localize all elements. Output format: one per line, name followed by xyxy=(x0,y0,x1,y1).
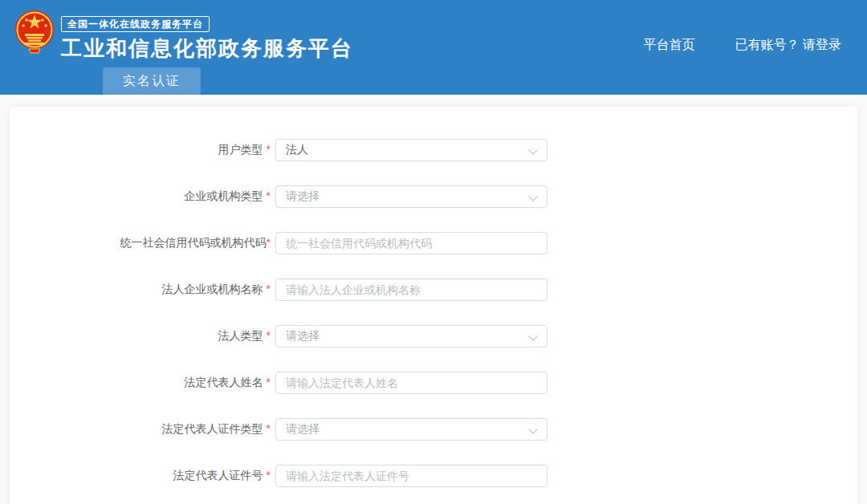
header-nav: 平台首页 已有账号？ 请登录 xyxy=(644,37,841,54)
field-label-text: 法定代表人证件类型 xyxy=(162,422,263,435)
chevron-down-icon xyxy=(528,192,537,201)
field-label: 法人类型* xyxy=(10,329,271,343)
field-label: 法定代表人证件类型* xyxy=(10,422,271,437)
field-label: 企业或机构类型* xyxy=(10,189,271,204)
form-row: 统一社会信用代码或机构代码* xyxy=(10,232,857,254)
required-asterisk: * xyxy=(267,189,271,202)
brand-block: 全国一体化在线政务服务平台 工业和信息化部政务服务平台 xyxy=(61,16,353,63)
page-title: 工业和信息化部政务服务平台 xyxy=(61,35,353,63)
input-credit-code[interactable] xyxy=(275,232,547,254)
header: 全国一体化在线政务服务平台 工业和信息化部政务服务平台 平台首页 已有账号？ 请… xyxy=(0,0,867,95)
field-label-text: 法定代表人证件号 xyxy=(173,469,263,482)
select-value: 请选择 xyxy=(286,329,320,343)
field-label-text: 法定代表人姓名 xyxy=(185,376,263,388)
field-label-text: 企业或机构类型 xyxy=(185,189,263,202)
field-label: 用户类型* xyxy=(10,143,271,157)
select-value: 法人 xyxy=(286,143,308,157)
field-label: 统一社会信用代码或机构代码* xyxy=(10,236,271,250)
nav-home-link[interactable]: 平台首页 xyxy=(644,37,695,54)
nav-login-link[interactable]: 已有账号？ 请登录 xyxy=(735,37,841,54)
form-row: 法定代表人证件类型* 请选择 xyxy=(10,418,857,441)
required-asterisk: * xyxy=(267,236,271,249)
required-asterisk: * xyxy=(267,422,271,435)
input-rep-cert-no[interactable] xyxy=(275,465,547,487)
select-legal-person-type[interactable]: 请选择 xyxy=(275,325,547,348)
field-label: 法定代表人姓名* xyxy=(10,376,271,390)
chevron-down-icon xyxy=(528,145,537,154)
form-row: 法定代表人姓名* xyxy=(10,372,857,394)
field-label: 法定代表人证件号* xyxy=(10,469,271,483)
tab-real-name-auth[interactable]: 实名认证 xyxy=(103,67,201,95)
select-rep-cert-type[interactable]: 请选择 xyxy=(275,418,547,441)
required-asterisk: * xyxy=(267,329,271,342)
required-asterisk: * xyxy=(267,143,271,156)
platform-badge: 全国一体化在线政务服务平台 xyxy=(61,16,210,32)
form-row: 法定代表人证件号* xyxy=(10,465,857,487)
required-asterisk: * xyxy=(267,469,271,482)
select-user-type[interactable]: 法人 xyxy=(275,139,547,161)
form-row: 用户类型* 法人 xyxy=(10,139,857,161)
form-card: 用户类型* 法人 企业或机构类型* 请选择 统一社会信用代码或机构代码* 法人企… xyxy=(10,107,857,504)
real-name-auth-form: 用户类型* 法人 企业或机构类型* 请选择 统一社会信用代码或机构代码* 法人企… xyxy=(10,139,857,487)
field-label: 法人企业或机构名称* xyxy=(10,282,271,297)
field-label-text: 用户类型 xyxy=(218,143,263,156)
input-org-name[interactable] xyxy=(275,278,547,301)
select-org-type[interactable]: 请选择 xyxy=(275,185,547,208)
form-row: 企业或机构类型* 请选择 xyxy=(10,185,857,208)
chevron-down-icon xyxy=(528,425,537,433)
required-asterisk: * xyxy=(267,376,271,388)
input-rep-name[interactable] xyxy=(275,372,547,394)
select-value: 请选择 xyxy=(286,189,320,204)
required-asterisk: * xyxy=(267,282,271,295)
national-emblem-logo[interactable] xyxy=(14,8,55,55)
chevron-down-icon xyxy=(528,331,537,340)
form-row: 法人企业或机构名称* xyxy=(10,278,857,301)
field-label-text: 法人企业或机构名称 xyxy=(162,282,263,295)
field-label-text: 法人类型 xyxy=(218,329,263,342)
select-value: 请选择 xyxy=(286,422,320,437)
form-row: 法人类型* 请选择 xyxy=(10,325,857,348)
field-label-text: 统一社会信用代码或机构代码 xyxy=(120,236,267,249)
